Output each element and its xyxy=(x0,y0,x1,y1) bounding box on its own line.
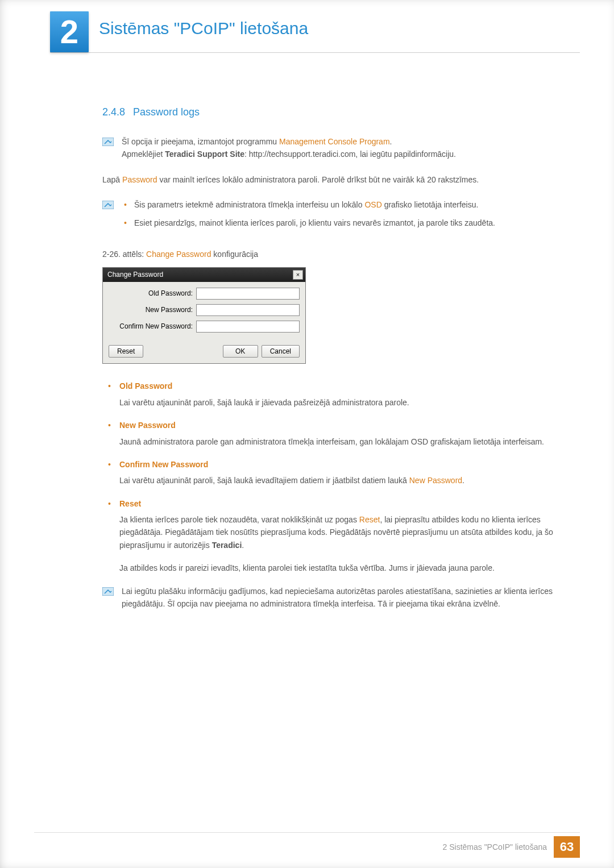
parameter-list: Old Password Lai varētu atjaunināt parol… xyxy=(102,380,563,574)
param-title: New Password xyxy=(119,419,563,431)
note-text: Šī opcija ir pieejama, izmantojot progra… xyxy=(122,135,563,161)
note-text: Lai iegūtu plašāku informāciju gadījumos… xyxy=(122,585,563,610)
param-item-confirm: Confirm New Password Lai varētu atjaunin… xyxy=(102,458,563,487)
page-header: 2 Sistēmas "PCoIP" lietošana xyxy=(0,0,614,52)
document-page: 2 Sistēmas "PCoIP" lietošana 2.4.8Passwo… xyxy=(0,0,614,868)
note-bullet: Šis parametrs ietekmē administratora tīm… xyxy=(122,198,563,211)
figure-caption: 2-26. attēls: Change Password konfigurāc… xyxy=(102,248,563,260)
highlight-text: Management Console Program xyxy=(279,137,390,146)
change-password-dialog: Change Password × Old Password: New Pass… xyxy=(102,267,306,364)
close-icon[interactable]: × xyxy=(293,270,303,280)
param-desc: Lai varētu atjaunināt paroli, šajā laukā… xyxy=(119,396,563,409)
param-item-old: Old Password Lai varētu atjaunināt parol… xyxy=(102,380,563,409)
page-footer: 2 Sistēmas "PCoIP" lietošana 63 xyxy=(443,836,580,858)
cancel-button[interactable]: Cancel xyxy=(262,345,300,358)
param-item-reset: Reset Ja klienta ierīces parole tiek noz… xyxy=(102,497,563,575)
chapter-number: 2 xyxy=(60,6,78,59)
dialog-body: Old Password: New Password: Confirm New … xyxy=(103,282,305,340)
param-desc: Jaunā administratora parole gan administ… xyxy=(119,435,563,448)
svg-rect-1 xyxy=(102,201,114,209)
old-password-input[interactable] xyxy=(196,288,300,300)
param-title: Confirm New Password xyxy=(119,458,563,471)
reset-button[interactable]: Reset xyxy=(109,345,143,358)
chapter-number-box: 2 xyxy=(50,11,89,52)
dialog-titlebar: Change Password × xyxy=(103,268,305,282)
param-title: Old Password xyxy=(119,380,563,392)
param-item-new: New Password Jaunā administratora parole… xyxy=(102,419,563,448)
footer-text: 2 Sistēmas "PCoIP" lietošana xyxy=(443,841,547,853)
ok-button[interactable]: OK xyxy=(223,345,258,358)
note-block-1: Šī opcija ir pieejama, izmantojot progra… xyxy=(102,135,563,161)
new-password-label: New Password: xyxy=(109,305,196,315)
note-text: Šis parametrs ietekmē administratora tīm… xyxy=(122,198,563,235)
footer-rule xyxy=(34,832,580,833)
dialog-title-text: Change Password xyxy=(107,269,163,280)
new-password-input[interactable] xyxy=(196,304,300,316)
intro-paragraph: Lapā Password var mainīt ierīces lokālo … xyxy=(102,173,563,186)
page-number: 63 xyxy=(554,836,580,858)
confirm-password-input[interactable] xyxy=(196,321,300,333)
note-icon xyxy=(102,137,114,146)
note-bullet: Esiet piesardzīgs, mainot klienta ierīce… xyxy=(122,217,563,229)
svg-rect-2 xyxy=(102,587,114,596)
param-desc: Ja klienta ierīces parole tiek nozaudēta… xyxy=(119,513,563,551)
note-icon xyxy=(102,200,114,209)
param-desc: Lai varētu atjaunināt paroli, šajā laukā… xyxy=(119,474,563,487)
param-desc: Ja atbildes kods ir pareizi ievadīts, kl… xyxy=(119,562,563,574)
note-block-3: Lai iegūtu plašāku informāciju gadījumos… xyxy=(102,585,563,610)
note-block-2: Šis parametrs ietekmē administratora tīm… xyxy=(102,198,563,235)
section-number: 2.4.8 xyxy=(102,106,125,118)
page-content: 2.4.8Password logs Šī opcija ir pieejama… xyxy=(0,53,614,610)
svg-rect-0 xyxy=(102,138,114,146)
section-heading: 2.4.8Password logs xyxy=(102,104,563,121)
old-password-label: Old Password: xyxy=(109,288,196,299)
confirm-password-label: Confirm New Password: xyxy=(109,321,196,332)
param-title: Reset xyxy=(119,497,563,510)
chapter-title: Sistēmas "PCoIP" lietošana xyxy=(99,15,308,42)
note-icon xyxy=(102,587,114,595)
section-title: Password logs xyxy=(133,106,200,118)
